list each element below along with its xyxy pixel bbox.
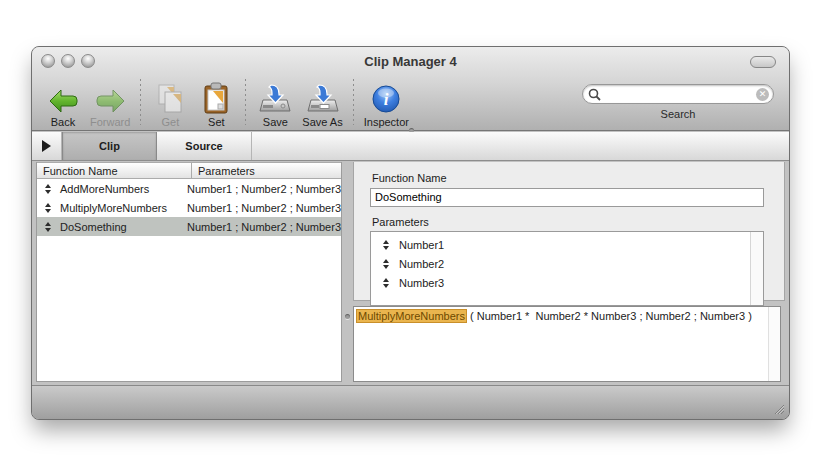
reorder-icon[interactable]	[45, 184, 52, 194]
clipboard-icon	[203, 81, 229, 114]
get-label: Get	[161, 116, 179, 128]
code-line: MultiplyMoreNumbers ( Number1 * Number2 …	[356, 310, 778, 322]
search-block: ✕ Search	[582, 84, 774, 120]
column-header-function-name[interactable]: Function Name	[37, 163, 192, 178]
toolbar: Back Forward	[32, 75, 789, 131]
run-button[interactable]	[32, 132, 62, 160]
parameter-name: Number2	[399, 258, 444, 270]
table-row[interactable]: AddMoreNumbers Number1 ; Number2 ; Numbe…	[37, 179, 341, 198]
forward-button[interactable]: Forward	[90, 81, 130, 128]
inspector-button[interactable]: i Inspector	[364, 81, 409, 128]
highlighted-token[interactable]: MultiplyMoreNumbers	[356, 309, 467, 323]
save-as-label: Save As	[302, 116, 342, 128]
save-as-button[interactable]: Save As	[302, 81, 342, 128]
search-input[interactable]	[605, 86, 753, 102]
window-chrome: Clip Manager 4 Back	[32, 47, 789, 131]
detail-pane: Function Name Parameters Number1 Number2…	[353, 162, 785, 301]
function-name-input[interactable]	[370, 188, 764, 207]
parameters-cell: Number1 ; Number2 ; Number3	[181, 221, 341, 233]
parameters-scrollbar[interactable]	[750, 232, 763, 305]
table-row-selected[interactable]: DoSomething Number1 ; Number2 ; Number3	[37, 217, 341, 236]
back-arrow-icon	[48, 81, 79, 114]
code-expression: ( Number1 * Number2 * Number3 ; Number2 …	[467, 310, 752, 322]
toolbar-separator	[140, 79, 141, 125]
set-button[interactable]: Set	[197, 81, 235, 128]
save-button[interactable]: Save	[256, 81, 294, 128]
reorder-icon[interactable]	[383, 259, 390, 269]
window-title: Clip Manager 4	[32, 54, 789, 69]
code-editor[interactable]: MultiplyMoreNumbers ( Number1 * Number2 …	[353, 306, 781, 382]
play-icon	[42, 140, 51, 152]
function-name-cell: AddMoreNumbers	[60, 183, 149, 195]
save-drive-icon	[258, 81, 292, 114]
tab-source-label: Source	[185, 140, 222, 152]
save-label: Save	[263, 116, 288, 128]
parameters-list[interactable]: Number1 Number2 Number3	[370, 231, 764, 306]
search-field[interactable]: ✕	[582, 84, 774, 104]
tab-bar: Clip Source	[32, 132, 789, 161]
status-bar	[32, 385, 789, 419]
vertical-splitter[interactable]	[342, 162, 353, 382]
parameter-name: Number1	[399, 239, 444, 251]
reorder-icon[interactable]	[383, 240, 390, 250]
reorder-icon[interactable]	[383, 278, 390, 288]
app-window: Clip Manager 4 Back	[31, 46, 790, 420]
copy-pages-icon	[156, 81, 184, 114]
tab-clip[interactable]: Clip	[62, 132, 157, 160]
function-name-label: Function Name	[372, 172, 764, 184]
function-name-cell: DoSomething	[60, 221, 127, 233]
function-table: Function Name Parameters AddMoreNumbers …	[36, 162, 342, 382]
toolbar-toggle-button[interactable]	[750, 56, 776, 68]
tab-clip-label: Clip	[99, 140, 120, 152]
reorder-icon[interactable]	[45, 222, 52, 232]
reorder-icon[interactable]	[45, 203, 52, 213]
search-label: Search	[582, 108, 774, 120]
search-icon	[588, 88, 601, 101]
parameters-cell: Number1 ; Number2 ; Number3	[181, 183, 341, 195]
inspector-info-icon: i	[371, 81, 401, 114]
save-as-drive-icon	[306, 81, 340, 114]
function-name-cell: MultiplyMoreNumbers	[60, 202, 167, 214]
svg-text:i: i	[384, 90, 389, 109]
set-label: Set	[208, 116, 225, 128]
get-button[interactable]: Get	[151, 81, 189, 128]
inspector-label: Inspector	[364, 116, 409, 128]
detail-pane-wrap: Function Name Parameters Number1 Number2…	[353, 162, 785, 382]
titlebar[interactable]: Clip Manager 4	[32, 47, 789, 75]
column-header-parameters[interactable]: Parameters	[192, 163, 341, 178]
table-header: Function Name Parameters	[37, 162, 341, 179]
splitter-dimple	[345, 314, 350, 319]
content-area: Function Name Parameters AddMoreNumbers …	[32, 162, 789, 385]
search-clear-icon[interactable]: ✕	[756, 88, 769, 101]
resize-grip-icon[interactable]	[771, 401, 785, 415]
forward-label: Forward	[90, 116, 130, 128]
toolbar-separator	[245, 79, 246, 125]
parameter-item[interactable]: Number2	[371, 255, 763, 274]
parameter-item[interactable]: Number1	[371, 236, 763, 255]
parameters-cell: Number1 ; Number2 ; Number3	[181, 202, 341, 214]
toolbar-separator	[353, 79, 354, 125]
back-button[interactable]: Back	[44, 81, 82, 128]
parameter-name: Number3	[399, 277, 444, 289]
parameters-label: Parameters	[372, 216, 764, 228]
parameter-item[interactable]: Number3	[371, 274, 763, 293]
tab-source[interactable]: Source	[157, 132, 252, 160]
forward-arrow-icon	[95, 81, 126, 114]
code-scrollbar[interactable]	[768, 307, 780, 381]
table-row[interactable]: MultiplyMoreNumbers Number1 ; Number2 ; …	[37, 198, 341, 217]
back-label: Back	[51, 116, 75, 128]
